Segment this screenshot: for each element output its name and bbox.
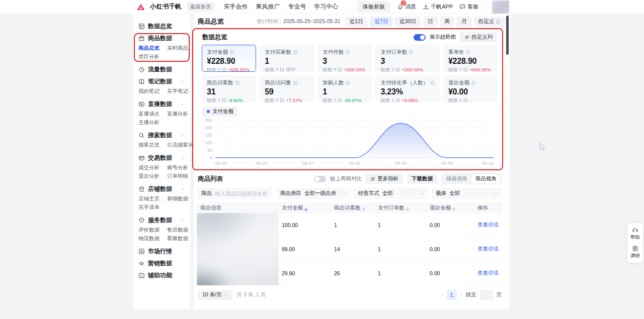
sidebar-subitem-logistics-data[interactable]: 物流数据 — [138, 235, 167, 242]
mode-select[interactable]: 经营方式 全部 — [354, 188, 429, 199]
sidebar-subitem-review-data[interactable]: 评价数据 — [138, 227, 167, 233]
col-pay-amount[interactable]: 支付金额 — [278, 204, 331, 211]
sidebar-subitem-search-overview[interactable]: 搜索总览 — [138, 142, 167, 148]
col-orders[interactable]: 支付订单数 — [374, 204, 426, 211]
sidebar-subitem-live-analysis[interactable]: 直播分析 — [167, 111, 188, 117]
col-visitors[interactable]: 商品访客数 — [331, 204, 374, 211]
sidebar-item-auxiliary[interactable]: 辅助功能 — [138, 269, 185, 281]
survey-label: 调研 — [630, 253, 640, 259]
category-select[interactable]: 商品类目 全部一级品类 — [276, 188, 351, 199]
view-detail-link[interactable]: 查看详情 — [477, 222, 499, 228]
nav-item-learning-center[interactable]: 学习中心 — [314, 3, 339, 11]
sidebar-item-product-data[interactable]: 商品数据 — [138, 32, 185, 44]
range-week[interactable]: 周 — [440, 17, 455, 27]
chevron-up-icon[interactable] — [181, 187, 185, 191]
messages-button[interactable]: 3 消息 — [397, 3, 416, 11]
sidebar-subitem-category-analysis[interactable]: 类目分析 — [138, 53, 167, 60]
metric-pay-conversion-rate[interactable]: 支付转化率（人数） 3.23% 较前 7 日+9.68% — [375, 75, 440, 102]
back-home-button[interactable]: 返回首页 — [187, 2, 215, 12]
product-search-input[interactable] — [215, 190, 270, 196]
sidebar-subitem-aftersale-data[interactable]: 售后数据 — [167, 227, 188, 233]
sort-icon[interactable] — [406, 207, 409, 211]
sidebar-subitem-live-sessions[interactable]: 直播场次 — [138, 111, 167, 117]
metric-pay-buyers[interactable]: 支付买家数 1 较前 7 日持平 — [260, 45, 314, 72]
chevron-up-icon[interactable] — [181, 133, 185, 138]
range-last-30-days[interactable]: 近30日 — [395, 17, 421, 27]
carrier-select[interactable]: 载体 全部 — [432, 188, 502, 199]
sidebar-item-data-overview[interactable]: 数据总览 — [138, 20, 185, 32]
jump-page-input[interactable] — [480, 290, 493, 300]
show-trend-toggle[interactable] — [414, 34, 426, 41]
sidebar-subitem-buyer-list[interactable]: 买手清单 — [138, 204, 167, 210]
view-spec-tab[interactable]: 规格视角 — [442, 174, 471, 183]
sidebar-item-market-trend[interactable]: 市场行情 — [138, 245, 185, 257]
sidebar-subitem-deal-analysis[interactable]: 成交分析 — [138, 164, 167, 171]
chevron-up-icon[interactable] — [181, 156, 185, 160]
sidebar-item-traffic-data[interactable]: 流量数据 — [138, 63, 185, 75]
sidebar-subitem-my-notes[interactable]: 我的笔记 — [138, 88, 167, 94]
page-number-1[interactable]: 1 — [447, 290, 457, 300]
try-new-version-button[interactable]: 体验新版 — [357, 1, 390, 13]
svg-text:05-30: 05-30 — [441, 161, 453, 166]
range-day[interactable]: 日 — [423, 17, 438, 27]
col-refund[interactable]: 退款金额 — [426, 204, 474, 211]
qianfan-app-button[interactable]: 千帆APP — [423, 3, 453, 11]
range-custom[interactable]: 自定义 — [474, 17, 506, 27]
sidebar-item-live-data[interactable]: 直播数据 — [138, 98, 185, 110]
nav-item-buyer-coop[interactable]: 买手合作 — [224, 3, 248, 11]
compare-period-toggle[interactable] — [314, 176, 326, 182]
sidebar-item-service-data[interactable]: 服务数据 — [138, 214, 185, 226]
customer-service-button[interactable]: 客服 — [459, 3, 478, 11]
next-page-button[interactable]: › — [460, 291, 462, 298]
customize-columns-button[interactable]: 自定义列 — [460, 32, 497, 42]
view-detail-link[interactable]: 查看详情 — [477, 246, 499, 252]
avatar[interactable] — [492, 1, 509, 14]
view-detail-link[interactable]: 查看详情 — [477, 270, 499, 276]
chevron-up-icon[interactable] — [181, 218, 185, 223]
nav-item-pro-account[interactable]: 专业号 — [288, 3, 306, 11]
sidebar-subitem-group-chat-data[interactable]: 群聊数据 — [167, 195, 188, 202]
metric-product-views[interactable]: 商品访问量 59 较前 7 日+7.27% — [260, 75, 314, 102]
sidebar-subitem-product-overview[interactable]: 商品总览 — [138, 45, 167, 51]
prev-page-button[interactable]: ‹ — [441, 291, 443, 298]
page-size-select[interactable]: 10 条/页 — [198, 290, 232, 300]
range-last-7-days[interactable]: 近7日 — [370, 17, 392, 27]
sidebar-subitem-realtime-product[interactable]: 实时商品 — [167, 45, 188, 51]
scrollbar-thumb[interactable] — [506, 16, 509, 55]
metric-pay-amount[interactable]: 支付金额 ¥228.90 较前 7 日+665.55% — [202, 45, 256, 72]
metric-product-visitors[interactable]: 商品访客数 31 较前 7 日-8.82% — [202, 75, 256, 102]
sidebar-subitem-service-staff-data[interactable]: 客服数据 — [167, 235, 188, 242]
metric-refund-amount[interactable]: 退款金额 ¥0.00 较前 7 日- — [443, 75, 498, 102]
chevron-up-icon[interactable] — [181, 36, 185, 41]
range-month[interactable]: 月 — [457, 17, 471, 27]
sidebar-subitem-order-detail[interactable]: 订单明细 — [167, 173, 188, 179]
more-metrics-button[interactable]: 更多指标 — [366, 174, 403, 184]
sidebar-subitem-search-keywords[interactable]: 引流搜索词 — [167, 142, 194, 148]
sidebar-subitem-shop-homepage[interactable]: 店铺主页 — [138, 195, 167, 202]
sort-icon[interactable] — [362, 207, 365, 211]
sidebar-item-search-data[interactable]: 搜索数据 — [138, 129, 185, 141]
sidebar-item-trade-data[interactable]: 交易数据 — [138, 152, 185, 164]
help-button[interactable]: 帮助 — [627, 227, 643, 241]
download-data-button[interactable]: 下载数据 — [407, 174, 437, 184]
metric-pay-items[interactable]: 支付件数 3 较前 7 日+200.00% — [317, 45, 372, 72]
sidebar-item-shop-data[interactable]: 店铺数据 — [138, 183, 185, 195]
metric-avg-order-value[interactable]: 客单价 ¥228.90 较前 7 日+665.55% — [443, 45, 498, 72]
sidebar-item-marketing-data[interactable]: 营销数据 — [138, 257, 185, 269]
sort-icon[interactable] — [304, 207, 307, 211]
sidebar-subitem-buyer-notes[interactable]: 买手笔记 — [167, 88, 188, 94]
view-product-tab[interactable]: 商品视角 — [471, 174, 501, 183]
nav-item-chengfeng-promo[interactable]: 乘风推广 — [256, 3, 280, 11]
chevron-up-icon[interactable] — [181, 79, 185, 84]
sort-icon[interactable] — [452, 207, 455, 211]
range-last-1-day[interactable]: 近1日 — [345, 17, 368, 27]
product-search-filter[interactable]: 商品 — [197, 188, 273, 199]
metric-pay-orders[interactable]: 支付订单数 3 较前 7 日+200.00% — [375, 45, 440, 72]
sidebar-subitem-refund-analysis[interactable]: 退款分析 — [138, 173, 167, 179]
metric-cart-adders[interactable]: 加购人数 1 较前 7 日-66.67% — [317, 75, 372, 102]
sidebar-subitem-host-analysis[interactable]: 主播分析 — [138, 119, 167, 126]
survey-button[interactable]: 调研 — [627, 245, 643, 259]
sidebar-item-note-data[interactable]: 笔记数据 — [138, 75, 185, 87]
chevron-up-icon[interactable] — [181, 102, 185, 107]
sidebar-subitem-account-analysis[interactable]: 账号分析 — [167, 164, 188, 171]
